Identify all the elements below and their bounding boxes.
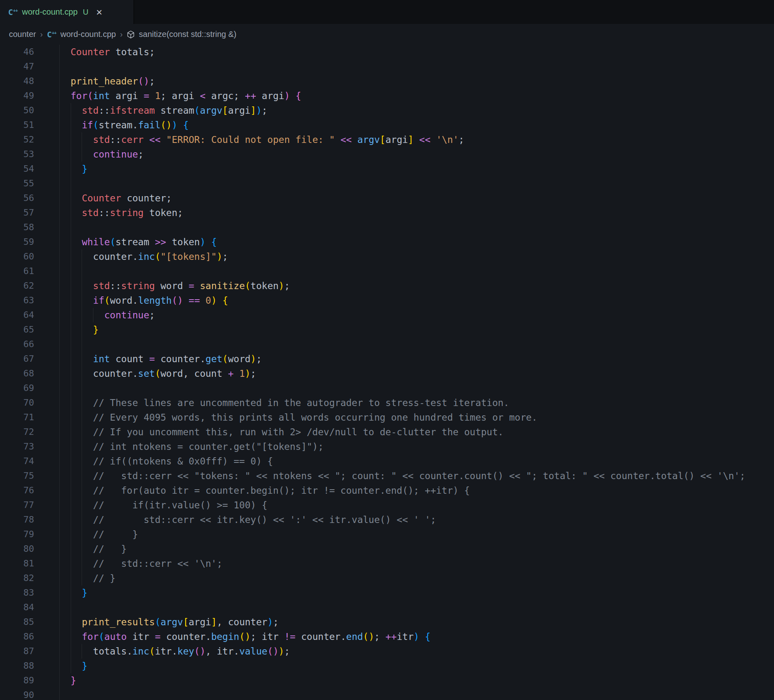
line-number[interactable]: 58 xyxy=(0,220,34,235)
line-number[interactable]: 81 xyxy=(0,556,34,571)
line-number[interactable]: 51 xyxy=(0,118,34,132)
close-icon[interactable]: × xyxy=(96,7,102,17)
indent-guide xyxy=(59,45,71,59)
code-line[interactable]: 79// } xyxy=(0,527,774,542)
line-number[interactable]: 86 xyxy=(0,629,34,644)
code-line[interactable]: 52std::cerr << "ERROR: Could not open fi… xyxy=(0,132,774,147)
code-line[interactable]: 89} xyxy=(0,673,774,688)
code-line[interactable]: 72// If you uncomment this, run with 2> … xyxy=(0,425,774,439)
line-number[interactable]: 90 xyxy=(0,688,34,700)
code-line[interactable]: 60counter.inc("[tokens]"); xyxy=(0,249,774,264)
code-line[interactable]: 82// } xyxy=(0,571,774,585)
code-line[interactable]: 59while(stream >> token) { xyxy=(0,235,774,249)
line-number[interactable]: 85 xyxy=(0,615,34,629)
line-number[interactable]: 55 xyxy=(0,176,34,191)
line-number[interactable]: 70 xyxy=(0,395,34,410)
code-editor[interactable]: 46Counter totals;4748print_header();49fo… xyxy=(0,45,774,700)
code-line[interactable]: 76// for(auto itr = counter.begin(); itr… xyxy=(0,483,774,498)
code-token: = xyxy=(155,631,160,642)
line-number[interactable]: 77 xyxy=(0,498,34,512)
line-number[interactable]: 73 xyxy=(0,439,34,454)
line-number[interactable]: 48 xyxy=(0,74,34,89)
line-number[interactable]: 65 xyxy=(0,322,34,337)
code-line[interactable]: 51if(stream.fail()) { xyxy=(0,118,774,132)
line-number[interactable]: 52 xyxy=(0,132,34,147)
code-line[interactable]: 90 xyxy=(0,688,774,700)
code-line[interactable]: 83} xyxy=(0,585,774,600)
line-number[interactable]: 57 xyxy=(0,205,34,220)
line-number[interactable]: 88 xyxy=(0,659,34,673)
code-line[interactable]: 78// std::cerr << itr.key() << ':' << it… xyxy=(0,512,774,527)
tab-word-count-cpp[interactable]: C++ word-count.cpp U × xyxy=(0,0,134,24)
code-line[interactable]: 57std::string token; xyxy=(0,205,774,220)
line-number[interactable]: 79 xyxy=(0,527,34,542)
code-line[interactable]: 55 xyxy=(0,176,774,191)
line-number[interactable]: 82 xyxy=(0,571,34,585)
line-number[interactable]: 84 xyxy=(0,600,34,615)
line-number[interactable]: 76 xyxy=(0,483,34,498)
line-number[interactable]: 75 xyxy=(0,469,34,483)
code-line[interactable]: 80// } xyxy=(0,542,774,556)
line-number[interactable]: 69 xyxy=(0,381,34,395)
code-line[interactable]: 87totals.inc(itr.key(), itr.value()); xyxy=(0,644,774,659)
code-line[interactable]: 75// std::cerr << "tokens: " << ntokens … xyxy=(0,469,774,483)
line-number[interactable]: 50 xyxy=(0,103,34,118)
code-line[interactable]: 84 xyxy=(0,600,774,615)
line-number[interactable]: 60 xyxy=(0,249,34,264)
line-number[interactable]: 74 xyxy=(0,454,34,469)
code-line[interactable]: 58 xyxy=(0,220,774,235)
line-number[interactable]: 56 xyxy=(0,191,34,205)
line-number[interactable]: 46 xyxy=(0,45,34,59)
line-number[interactable]: 49 xyxy=(0,89,34,103)
code-line[interactable]: 49for(int argi = 1; argi < argc; ++ argi… xyxy=(0,89,774,103)
code-token: != xyxy=(284,631,296,642)
line-number[interactable]: 80 xyxy=(0,542,34,556)
line-number[interactable]: 89 xyxy=(0,673,34,688)
breadcrumb-folder[interactable]: counter xyxy=(9,30,36,39)
code-line[interactable]: 62std::string word = sanitize(token); xyxy=(0,279,774,293)
line-number[interactable]: 87 xyxy=(0,644,34,659)
line-number[interactable]: 71 xyxy=(0,410,34,425)
line-number[interactable]: 66 xyxy=(0,337,34,352)
line-number[interactable]: 83 xyxy=(0,585,34,600)
code-line[interactable]: 66 xyxy=(0,337,774,352)
code-line[interactable]: 54} xyxy=(0,162,774,176)
line-number[interactable]: 54 xyxy=(0,162,34,176)
code-line[interactable]: 71// Every 4095 words, this prints all w… xyxy=(0,410,774,425)
code-line[interactable]: 73// int ntokens = counter.get("[tokens]… xyxy=(0,439,774,454)
line-number[interactable]: 62 xyxy=(0,279,34,293)
code-line[interactable]: 69 xyxy=(0,381,774,395)
line-number[interactable]: 78 xyxy=(0,512,34,527)
code-line[interactable]: 56Counter counter; xyxy=(0,191,774,205)
code-line[interactable]: 50std::ifstream stream(argv[argi]); xyxy=(0,103,774,118)
code-line[interactable]: 86for(auto itr = counter.begin(); itr !=… xyxy=(0,629,774,644)
line-number[interactable]: 72 xyxy=(0,425,34,439)
breadcrumb-symbol[interactable]: sanitize(const std::string &) xyxy=(139,30,236,39)
code-line[interactable]: 53continue; xyxy=(0,147,774,162)
code-line[interactable]: 46Counter totals; xyxy=(0,45,774,59)
line-number[interactable]: 59 xyxy=(0,235,34,249)
code-line[interactable]: 70// These lines are uncommented in the … xyxy=(0,395,774,410)
code-line[interactable]: 88} xyxy=(0,659,774,673)
code-line[interactable]: 67int count = counter.get(word); xyxy=(0,352,774,366)
code-line[interactable]: 64continue; xyxy=(0,308,774,322)
line-number[interactable]: 67 xyxy=(0,352,34,366)
code-line[interactable]: 47 xyxy=(0,59,774,74)
line-number[interactable]: 47 xyxy=(0,59,34,74)
line-number[interactable]: 53 xyxy=(0,147,34,162)
code-line[interactable]: 81// std::cerr << '\n'; xyxy=(0,556,774,571)
code-line[interactable]: 63if(word.length() == 0) { xyxy=(0,293,774,308)
code-line[interactable]: 74// if((ntokens & 0x0fff) == 0) { xyxy=(0,454,774,469)
line-number[interactable]: 64 xyxy=(0,308,34,322)
code-line[interactable]: 77// if(itr.value() >= 100) { xyxy=(0,498,774,512)
code-line[interactable]: 61 xyxy=(0,264,774,279)
code-line[interactable]: 48print_header(); xyxy=(0,74,774,89)
line-number[interactable]: 63 xyxy=(0,293,34,308)
code-line[interactable]: 65} xyxy=(0,322,774,337)
indent-guide xyxy=(71,220,82,235)
breadcrumb-file[interactable]: word-count.cpp xyxy=(61,30,116,39)
line-number[interactable]: 61 xyxy=(0,264,34,279)
code-line[interactable]: 85print_results(argv[argi], counter); xyxy=(0,615,774,629)
code-line[interactable]: 68counter.set(word, count + 1); xyxy=(0,366,774,381)
line-number[interactable]: 68 xyxy=(0,366,34,381)
